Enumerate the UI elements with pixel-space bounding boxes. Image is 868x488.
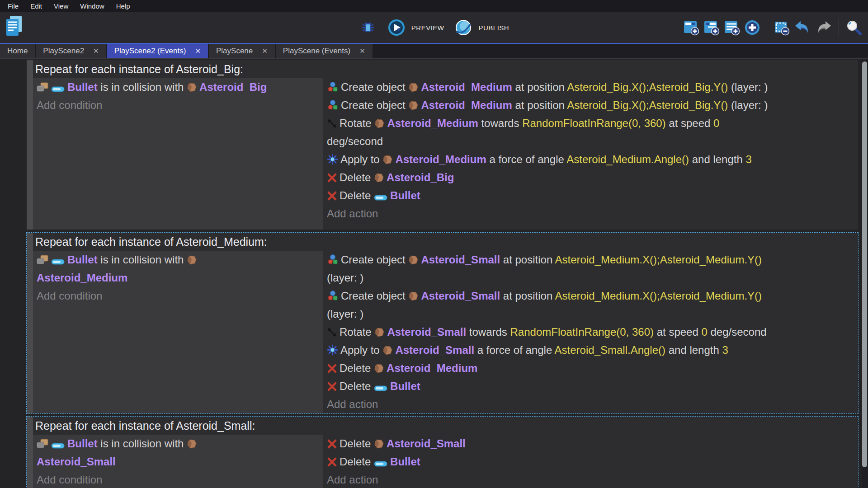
add-condition-button[interactable]: Add condition — [37, 471, 320, 488]
menu-file[interactable]: File — [2, 2, 24, 10]
search-button[interactable] — [845, 19, 863, 36]
tab-playscene-events[interactable]: PlayScene (Events)✕ — [276, 44, 373, 58]
tab-label: PlayScene2 (Events) — [114, 47, 186, 56]
row-text: Delete — [340, 437, 374, 450]
object-name: Bullet — [67, 253, 98, 266]
add-action-button[interactable]: Add action — [327, 205, 855, 223]
row-text: is in collision with — [98, 437, 187, 450]
row-text: (layer: ) — [728, 99, 768, 111]
expression: 0 — [713, 117, 719, 129]
menu-window[interactable]: Window — [74, 2, 110, 10]
event-block: Repeat for each instance of Asteroid_Big… — [27, 60, 858, 230]
add-other-button[interactable] — [744, 19, 760, 36]
add-subevent-button[interactable] — [703, 19, 720, 36]
menu-help[interactable]: Help — [110, 2, 136, 10]
event-block: Repeat for each instance of Asteroid_Med… — [27, 233, 858, 413]
row-text: Apply to — [340, 153, 382, 165]
add-action-button[interactable]: Add action — [327, 395, 855, 413]
event-header[interactable]: Repeat for each instance of Asteroid_Med… — [33, 233, 858, 251]
object-name: Asteroid_Small — [387, 326, 466, 338]
add-condition-button[interactable]: Add condition — [37, 287, 320, 305]
action-row[interactable]: Delete Asteroid_Small — [327, 435, 855, 453]
publish-label: PUBLISH — [478, 24, 509, 32]
tab-home[interactable]: Home — [0, 44, 35, 58]
event-header[interactable]: Repeat for each instance of Asteroid_Big… — [33, 60, 858, 78]
rotate-icon — [327, 327, 337, 338]
tab-close-icon[interactable]: ✕ — [93, 47, 99, 55]
toolbar-separator — [767, 19, 767, 37]
action-row[interactable]: Delete Asteroid_Medium — [327, 359, 855, 377]
expression: Asteroid_Medium.Angle() — [566, 153, 689, 165]
object-name: Asteroid_Big — [387, 171, 454, 183]
action-row[interactable]: Delete Bullet — [327, 377, 855, 395]
action-row[interactable]: Delete Bullet — [327, 453, 855, 471]
debugger-button[interactable] — [359, 19, 377, 37]
event-header[interactable]: Repeat for each instance of Asteroid_Sma… — [33, 417, 858, 435]
add-condition-button[interactable]: Add condition — [37, 96, 320, 114]
object-name: Bullet — [390, 380, 420, 392]
undo-button[interactable] — [794, 19, 811, 36]
bullet-icon — [51, 86, 65, 93]
actions-panel: Create object Asteroid_Small at position… — [323, 251, 858, 413]
object-name: Asteroid_Small — [37, 455, 116, 468]
vertical-scrollbar-thumb[interactable] — [862, 61, 867, 467]
force-icon — [327, 154, 338, 165]
tab-close-icon[interactable]: ✕ — [262, 47, 268, 55]
preview-button[interactable]: PREVIEW — [388, 19, 444, 36]
menu-view[interactable]: View — [48, 2, 74, 10]
object-name: Asteroid_Medium — [387, 117, 478, 129]
delete-selection-button[interactable] — [774, 19, 790, 36]
object-name: Asteroid_Medium — [387, 362, 477, 374]
object-name: Bullet — [390, 189, 420, 202]
vertical-scrollbar[interactable] — [862, 59, 868, 488]
expression: 0 — [701, 326, 707, 338]
menu-edit[interactable]: Edit — [24, 2, 48, 10]
action-row[interactable]: Apply to Asteroid_Small a force of angle… — [327, 341, 855, 359]
add-event-button[interactable] — [683, 19, 699, 36]
bullet-icon — [51, 442, 65, 449]
conditions-panel: Bullet is in collision with Asteroid_Med… — [33, 251, 323, 413]
preview-play-icon — [388, 19, 405, 36]
action-row[interactable]: Create object Asteroid_Medium at positio… — [327, 96, 855, 114]
condition-row[interactable]: Bullet is in collision with Asteroid_Big — [37, 78, 320, 96]
menu-bar: FileEditViewWindowHelp — [0, 0, 868, 12]
action-row[interactable]: Create object Asteroid_Small at position… — [327, 287, 855, 323]
tab-playscene2[interactable]: PlayScene2✕ — [36, 44, 106, 58]
publish-button[interactable]: PUBLISH — [455, 19, 509, 36]
expression: RandomFloatInRange(0, 360) — [510, 326, 654, 338]
object-name: Asteroid_Medium — [37, 272, 127, 284]
project-manager-button[interactable] — [5, 15, 24, 38]
tab-label: Home — [7, 47, 28, 56]
asteroid-icon — [374, 363, 384, 374]
expression: Asteroid_Big.X();Asteroid_Big.Y() — [567, 99, 728, 111]
action-row[interactable]: Delete Asteroid_Big — [327, 169, 855, 187]
main-toolbar: PREVIEW PUBLISH — [0, 12, 868, 43]
expression: 3 — [722, 344, 728, 356]
delete-icon — [327, 173, 337, 183]
events-toolbar — [683, 19, 863, 37]
tab-playscene2-events[interactable]: PlayScene2 (Events)✕ — [107, 44, 208, 58]
delete-icon — [327, 363, 337, 374]
tab-close-icon[interactable]: ✕ — [195, 47, 201, 55]
tab-playscene[interactable]: PlayScene✕ — [209, 44, 275, 58]
delete-icon — [327, 381, 337, 392]
tab-close-icon[interactable]: ✕ — [359, 47, 365, 55]
redo-button[interactable] — [815, 19, 832, 36]
action-row[interactable]: Apply to Asteroid_Medium a force of angl… — [327, 150, 855, 169]
conditions-panel: Bullet is in collision with Asteroid_Sma… — [33, 435, 323, 488]
collision-icon — [37, 82, 49, 93]
action-row[interactable]: Delete Bullet — [327, 187, 855, 205]
row-text: a force of angle — [474, 344, 554, 356]
condition-row[interactable]: Bullet is in collision with Asteroid_Sma… — [37, 435, 320, 471]
asteroid-icon — [408, 291, 419, 301]
action-row[interactable]: Create object Asteroid_Small at position… — [327, 251, 855, 287]
asteroid-icon — [374, 118, 385, 129]
add-comment-button[interactable] — [724, 19, 740, 36]
row-text: towards — [466, 326, 510, 338]
add-action-button[interactable]: Add action — [327, 471, 855, 488]
row-text: and length — [665, 344, 722, 356]
action-row[interactable]: Create object Asteroid_Medium at positio… — [327, 78, 855, 96]
condition-row[interactable]: Bullet is in collision with Asteroid_Med… — [37, 251, 320, 287]
action-row[interactable]: Rotate Asteroid_Medium towards RandomFlo… — [327, 114, 855, 150]
action-row[interactable]: Rotate Asteroid_Small towards RandomFloa… — [327, 323, 855, 341]
